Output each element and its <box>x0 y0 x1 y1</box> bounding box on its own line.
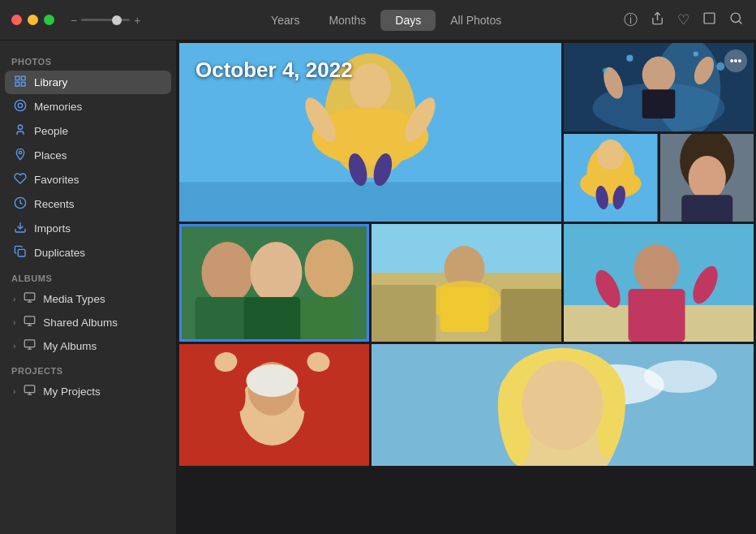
zoom-in-icon: + <box>134 14 140 27</box>
minimize-button[interactable] <box>28 15 38 25</box>
heart-icon[interactable]: ♡ <box>677 11 689 28</box>
photo-cell-group-selfie[interactable] <box>179 224 369 342</box>
svg-point-45 <box>716 62 724 71</box>
svg-point-11 <box>19 151 21 153</box>
photo-cell-main[interactable]: October 4, 2022 <box>179 43 561 222</box>
svg-rect-18 <box>24 317 35 324</box>
photo-cell-pink-woman[interactable] <box>564 224 754 342</box>
recents-label: Recents <box>34 198 75 210</box>
shared-albums-icon <box>22 315 37 329</box>
duplicates-icon <box>13 245 28 261</box>
people-icon <box>13 123 28 139</box>
search-icon[interactable] <box>729 11 743 29</box>
photo-grid: October 4, 2022 <box>177 41 756 534</box>
svg-point-39 <box>642 57 676 93</box>
svg-point-46 <box>603 68 608 73</box>
shared-albums-label: Shared Albums <box>43 317 118 329</box>
sidebar-item-shared-albums[interactable]: › Shared Albums <box>5 311 171 334</box>
sidebar-item-my-albums[interactable]: › My Albums <box>5 334 171 357</box>
zoom-out-icon: − <box>71 14 77 27</box>
svg-point-74 <box>634 244 680 293</box>
svg-point-49 <box>597 140 625 170</box>
photo-cell-small-jump[interactable] <box>564 134 658 222</box>
svg-point-60 <box>251 242 303 304</box>
svg-point-10 <box>18 125 22 129</box>
media-types-chevron: › <box>13 295 15 304</box>
svg-point-50 <box>580 168 642 199</box>
svg-rect-62 <box>195 297 252 342</box>
duplicates-label: Duplicates <box>34 247 85 259</box>
sidebar-item-memories[interactable]: Memories <box>5 95 171 118</box>
svg-point-88 <box>644 360 717 393</box>
photos-section-label: Photos <box>0 49 176 70</box>
zoom-track[interactable] <box>81 19 130 21</box>
maximize-button[interactable] <box>44 15 54 25</box>
svg-point-93 <box>522 360 603 450</box>
more-options-button[interactable]: ••• <box>724 50 747 72</box>
svg-point-59 <box>202 242 254 304</box>
sidebar-item-places[interactable]: Places <box>5 144 171 167</box>
sidebar-item-people[interactable]: People <box>5 119 171 143</box>
imports-icon <box>13 221 28 236</box>
my-albums-label: My Albums <box>43 340 97 352</box>
svg-line-3 <box>739 20 741 23</box>
svg-rect-5 <box>21 76 25 80</box>
day-title: October 4, 2022 <box>179 43 369 93</box>
svg-rect-14 <box>18 249 25 256</box>
people-label: People <box>34 125 68 137</box>
library-label: Library <box>34 76 67 88</box>
photos-container: October 4, 2022 <box>177 41 756 534</box>
imports-label: Imports <box>34 222 71 235</box>
svg-point-69 <box>428 281 501 321</box>
close-button[interactable] <box>11 15 22 25</box>
photo-cell-water-splash[interactable]: ••• <box>564 43 754 131</box>
svg-rect-1 <box>704 13 715 24</box>
my-projects-icon <box>22 384 37 398</box>
tab-days[interactable]: Days <box>380 10 436 31</box>
svg-rect-57 <box>681 195 732 222</box>
media-types-icon <box>22 291 37 306</box>
memories-icon <box>13 99 28 114</box>
crop-icon[interactable] <box>702 11 716 29</box>
media-types-label: Media Types <box>43 293 105 305</box>
sidebar-item-duplicates[interactable]: Duplicates <box>5 241 171 265</box>
memories-label: Memories <box>34 101 82 113</box>
photo-cell-yellow-man[interactable] <box>372 224 561 342</box>
info-icon[interactable]: ⓘ <box>624 11 638 29</box>
svg-rect-24 <box>24 385 35 393</box>
svg-rect-70 <box>372 285 436 342</box>
photo-cell-curly-hair[interactable] <box>660 134 754 222</box>
svg-rect-7 <box>21 82 25 86</box>
library-icon <box>13 75 28 90</box>
tab-years[interactable]: Years <box>256 10 314 31</box>
sidebar-item-my-projects[interactable]: › My Projects <box>5 380 171 403</box>
svg-point-81 <box>247 364 299 397</box>
sidebar-item-library[interactable]: Library <box>5 71 171 94</box>
sidebar-item-recents[interactable]: Recents <box>5 192 171 216</box>
tab-all-photos[interactable]: All Photos <box>436 10 516 31</box>
favorites-icon <box>13 172 28 187</box>
photo-cell-blonde[interactable] <box>372 344 754 466</box>
sidebar-item-media-types[interactable]: › Media Types <box>5 287 171 310</box>
svg-rect-4 <box>15 76 19 80</box>
zoom-slider-area: − + <box>62 14 148 27</box>
places-icon <box>13 148 28 163</box>
tab-months[interactable]: Months <box>314 10 380 31</box>
photo-area: October 4, 2022 <box>177 41 756 534</box>
shared-albums-chevron: › <box>13 318 15 327</box>
svg-rect-64 <box>301 297 354 342</box>
photo-cell-right-stack: ••• <box>564 43 754 222</box>
sidebar-item-favorites[interactable]: Favorites <box>5 168 171 192</box>
favorites-label: Favorites <box>34 174 79 186</box>
svg-rect-40 <box>642 89 676 118</box>
projects-section-label: Projects <box>0 358 176 379</box>
svg-point-44 <box>694 52 698 57</box>
photo-cell-red-girl[interactable] <box>179 344 369 466</box>
recents-icon <box>13 196 28 212</box>
svg-point-56 <box>688 155 725 200</box>
my-albums-icon <box>22 338 37 353</box>
sidebar-item-imports[interactable]: Imports <box>5 217 171 240</box>
svg-rect-63 <box>244 297 301 342</box>
zoom-thumb[interactable] <box>112 15 122 25</box>
share-icon[interactable] <box>651 11 664 29</box>
